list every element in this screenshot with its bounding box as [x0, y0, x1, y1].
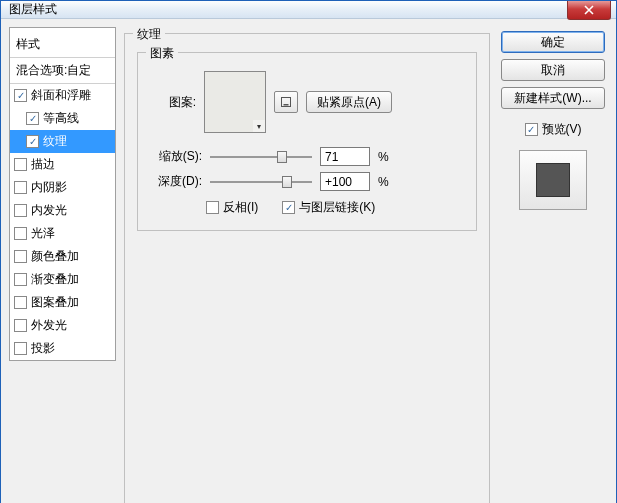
snap-origin-button[interactable]: 贴紧原点(A)	[306, 91, 392, 113]
style-item-label: 颜色叠加	[31, 248, 79, 265]
scale-slider[interactable]	[210, 148, 312, 166]
style-item-label: 内发光	[31, 202, 67, 219]
checkbox-icon	[26, 112, 39, 125]
style-item-label: 投影	[31, 340, 55, 357]
ok-button[interactable]: 确定	[501, 31, 605, 53]
style-item[interactable]: 纹理	[10, 130, 115, 153]
texture-legend: 纹理	[133, 26, 165, 43]
styles-list: 样式 混合选项:自定 斜面和浮雕等高线纹理描边内阴影内发光光泽颜色叠加渐变叠加图…	[9, 27, 116, 361]
depth-unit: %	[378, 175, 394, 189]
preview-swatch	[536, 163, 570, 197]
close-icon	[584, 5, 594, 15]
style-item[interactable]: 内阴影	[10, 176, 115, 199]
checkbox-icon	[14, 204, 27, 217]
style-item[interactable]: 图案叠加	[10, 291, 115, 314]
action-panel: 确定 取消 新建样式(W)... 预览(V)	[498, 27, 608, 210]
style-item[interactable]: 光泽	[10, 222, 115, 245]
style-item[interactable]: 等高线	[10, 107, 115, 130]
scale-unit: %	[378, 150, 394, 164]
checkbox-icon	[14, 89, 27, 102]
svg-rect-1	[284, 104, 289, 106]
style-item-label: 描边	[31, 156, 55, 173]
preview-thumbnail	[519, 150, 587, 210]
style-item[interactable]: 描边	[10, 153, 115, 176]
invert-label: 反相(I)	[223, 199, 258, 216]
new-preset-icon	[280, 96, 292, 108]
link-layer-checkbox[interactable]: 与图层链接(K)	[282, 199, 375, 216]
link-layer-label: 与图层链接(K)	[299, 199, 375, 216]
preview-checkbox[interactable]: 预览(V)	[525, 121, 582, 138]
checkbox-icon	[282, 201, 295, 214]
depth-slider[interactable]	[210, 173, 312, 191]
checkbox-icon	[14, 342, 27, 355]
style-item-label: 内阴影	[31, 179, 67, 196]
style-item[interactable]: 内发光	[10, 199, 115, 222]
new-preset-button[interactable]	[274, 91, 298, 113]
layer-style-dialog: 图层样式 样式 混合选项:自定 斜面和浮雕等高线纹理描边内阴影内发光光泽颜色叠加…	[0, 0, 617, 503]
styles-header: 样式	[10, 32, 115, 58]
style-item-label: 纹理	[43, 133, 67, 150]
checkbox-icon	[14, 181, 27, 194]
checkbox-icon	[14, 319, 27, 332]
style-item-label: 图案叠加	[31, 294, 79, 311]
style-item[interactable]: 斜面和浮雕	[10, 84, 115, 107]
pattern-row: 图案: ▾ 贴紧原点(A)	[150, 71, 464, 133]
checkbox-row: 反相(I) 与图层链接(K)	[150, 199, 464, 216]
invert-checkbox[interactable]: 反相(I)	[206, 199, 258, 216]
checkbox-icon	[26, 135, 39, 148]
titlebar[interactable]: 图层样式	[1, 1, 616, 19]
style-item-label: 光泽	[31, 225, 55, 242]
scale-input[interactable]: 71	[320, 147, 370, 166]
cancel-button[interactable]: 取消	[501, 59, 605, 81]
dialog-body: 样式 混合选项:自定 斜面和浮雕等高线纹理描边内阴影内发光光泽颜色叠加渐变叠加图…	[1, 19, 616, 503]
depth-label: 深度(D):	[150, 173, 202, 190]
pattern-swatch[interactable]: ▾	[204, 71, 266, 133]
checkbox-icon	[14, 296, 27, 309]
checkbox-icon	[206, 201, 219, 214]
style-item-label: 斜面和浮雕	[31, 87, 91, 104]
elements-legend: 图素	[146, 45, 178, 62]
depth-input[interactable]: +100	[320, 172, 370, 191]
checkbox-icon	[14, 250, 27, 263]
style-item-label: 渐变叠加	[31, 271, 79, 288]
depth-row: 深度(D): +100 %	[150, 172, 464, 191]
pattern-label: 图案:	[150, 94, 196, 111]
settings-panel: 纹理 图素 图案: ▾ 贴紧原点(A) 缩放(S):	[124, 27, 490, 503]
preview-label: 预览(V)	[542, 121, 582, 138]
scale-label: 缩放(S):	[150, 148, 202, 165]
new-style-button[interactable]: 新建样式(W)...	[501, 87, 605, 109]
style-item[interactable]: 投影	[10, 337, 115, 360]
style-item-label: 等高线	[43, 110, 79, 127]
checkbox-icon	[14, 227, 27, 240]
window-title: 图层样式	[9, 1, 57, 18]
style-item[interactable]: 外发光	[10, 314, 115, 337]
blend-options-row[interactable]: 混合选项:自定	[10, 58, 115, 84]
style-item-label: 外发光	[31, 317, 67, 334]
checkbox-icon	[14, 158, 27, 171]
close-button[interactable]	[567, 1, 611, 20]
scale-row: 缩放(S): 71 %	[150, 147, 464, 166]
chevron-down-icon: ▾	[253, 120, 265, 132]
style-item[interactable]: 渐变叠加	[10, 268, 115, 291]
texture-fieldset: 纹理 图素 图案: ▾ 贴紧原点(A) 缩放(S):	[124, 33, 490, 503]
style-item[interactable]: 颜色叠加	[10, 245, 115, 268]
elements-fieldset: 图素 图案: ▾ 贴紧原点(A) 缩放(S):	[137, 52, 477, 231]
checkbox-icon	[14, 273, 27, 286]
checkbox-icon	[525, 123, 538, 136]
